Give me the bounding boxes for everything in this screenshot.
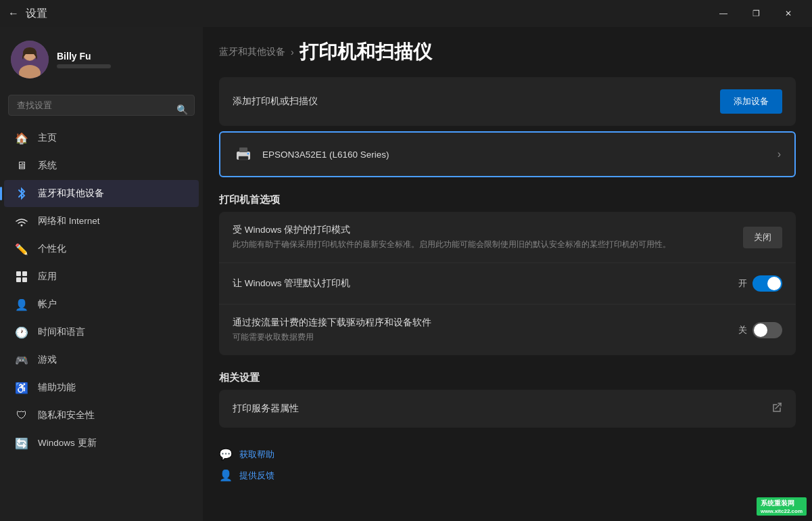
breadcrumb-current: 打印机和扫描仪 bbox=[300, 39, 432, 65]
help-icon: 💬 bbox=[219, 448, 233, 461]
windows-manage-toggle-wrap: 开 bbox=[738, 275, 782, 292]
search-input[interactable] bbox=[8, 95, 195, 116]
breadcrumb-parent: 蓝牙和其他设备 bbox=[219, 46, 285, 58]
apps-icon bbox=[15, 270, 28, 284]
sidebar-item-label-update: Windows 更新 bbox=[38, 437, 97, 449]
accessibility-icon: ♿ bbox=[15, 381, 28, 394]
avatar[interactable] bbox=[11, 41, 49, 78]
windows-manage-toggle-label: 开 bbox=[738, 277, 747, 290]
metered-connection-toggle[interactable] bbox=[753, 322, 782, 338]
print-server-row[interactable]: 打印服务器属性 bbox=[219, 390, 796, 428]
metered-connection-label: 通过按流量计费的连接下载驱动程序和设备软件 bbox=[233, 317, 431, 329]
svg-point-13 bbox=[247, 153, 249, 155]
toggle-thumb-2 bbox=[754, 323, 767, 337]
back-icon[interactable]: ← bbox=[8, 7, 19, 20]
add-printer-label: 添加打印机或扫描仪 bbox=[233, 95, 318, 108]
windows-protected-text: 受 Windows 保护的打印模式 此功能有助于确保采用打印机软件的最新安全标准… bbox=[233, 224, 671, 250]
sidebar-item-label-accounts: 帐户 bbox=[38, 298, 57, 311]
windows-manage-toggle[interactable] bbox=[753, 275, 782, 292]
windows-protected-row: 受 Windows 保护的打印模式 此功能有助于确保采用打印机软件的最新安全标准… bbox=[219, 212, 796, 263]
sidebar-item-personalization[interactable]: ✏️ 个性化 bbox=[4, 235, 199, 263]
sidebar-item-privacy[interactable]: 🛡 隐私和安全性 bbox=[4, 402, 199, 429]
user-section: Billy Fu bbox=[0, 27, 203, 89]
windows-manage-text: 让 Windows 管理默认打印机 bbox=[233, 277, 350, 290]
printer-card[interactable]: EPSON3A52E1 (L6160 Series) › bbox=[219, 131, 796, 177]
windows-protected-sub: 此功能有助于确保采用打印机软件的最新安全标准。启用此功能可能会限制使用旧的默认安… bbox=[233, 239, 671, 250]
sidebar-item-bluetooth[interactable]: 蓝牙和其他设备 bbox=[4, 180, 199, 207]
sidebar-item-label-accessibility: 辅助功能 bbox=[38, 382, 76, 394]
gaming-icon: 🎮 bbox=[15, 353, 28, 367]
sidebar-item-apps[interactable]: 应用 bbox=[4, 263, 199, 290]
printer-icon bbox=[234, 145, 253, 164]
windows-protected-label: 受 Windows 保护的打印模式 bbox=[233, 224, 671, 236]
maximize-button[interactable]: ❐ bbox=[740, 3, 771, 24]
related-settings-card: 打印服务器属性 bbox=[219, 390, 796, 428]
add-printer-card: 添加打印机或扫描仪 添加设备 bbox=[219, 77, 796, 126]
bluetooth-icon bbox=[15, 187, 28, 200]
sidebar-item-accessibility[interactable]: ♿ 辅助功能 bbox=[4, 374, 199, 401]
toggle-thumb bbox=[767, 277, 781, 290]
update-icon: 🔄 bbox=[15, 436, 28, 450]
title-bar: ← 设置 — ❐ ✕ bbox=[0, 0, 812, 27]
svg-rect-6 bbox=[22, 271, 27, 276]
printer-chevron-icon: › bbox=[778, 148, 781, 160]
accounts-icon: 👤 bbox=[15, 298, 28, 311]
sidebar-item-label-apps: 应用 bbox=[38, 271, 57, 283]
privacy-icon: 🛡 bbox=[15, 409, 28, 422]
svg-rect-8 bbox=[22, 277, 27, 282]
sidebar-item-label-gaming: 游戏 bbox=[38, 354, 57, 366]
svg-rect-5 bbox=[16, 271, 21, 276]
sidebar-item-label-bluetooth: 蓝牙和其他设备 bbox=[38, 187, 104, 200]
footer-help-link[interactable]: 💬 获取帮助 bbox=[219, 444, 796, 465]
sidebar-item-accounts[interactable]: 👤 帐户 bbox=[4, 291, 199, 318]
title-bar-title: 设置 bbox=[26, 7, 47, 21]
minimize-button[interactable]: — bbox=[708, 3, 739, 24]
external-link-icon bbox=[771, 402, 782, 415]
main-layout: Billy Fu 🔍 🏠 主页 🖥 系统 bbox=[0, 27, 812, 521]
feedback-icon: 👤 bbox=[219, 469, 233, 482]
svg-rect-11 bbox=[239, 156, 248, 160]
search-icon: 🔍 bbox=[176, 104, 188, 115]
printer-row[interactable]: EPSON3A52E1 (L6160 Series) › bbox=[220, 133, 794, 176]
title-bar-left: ← 设置 bbox=[8, 7, 47, 21]
user-status-bar bbox=[57, 64, 111, 68]
user-info: Billy Fu bbox=[57, 51, 192, 68]
footer-feedback-link[interactable]: 👤 提供反馈 bbox=[219, 465, 796, 486]
sidebar: Billy Fu 🔍 🏠 主页 🖥 系统 bbox=[0, 27, 203, 521]
footer-links: 💬 获取帮助 👤 提供反馈 bbox=[219, 433, 796, 491]
add-printer-row: 添加打印机或扫描仪 添加设备 bbox=[219, 77, 796, 126]
sidebar-item-label-home: 主页 bbox=[38, 132, 57, 144]
help-label: 获取帮助 bbox=[239, 449, 274, 461]
feedback-label: 提供反馈 bbox=[239, 470, 274, 482]
breadcrumb: 蓝牙和其他设备 › 打印机和扫描仪 bbox=[219, 27, 796, 77]
close-button[interactable]: ✕ bbox=[773, 3, 804, 24]
metered-connection-row: 通过按流量计费的连接下载驱动程序和设备软件 可能需要收取数据费用 关 bbox=[219, 304, 796, 355]
windows-manage-label: 让 Windows 管理默认打印机 bbox=[233, 277, 350, 290]
sidebar-item-label-personalization: 个性化 bbox=[38, 243, 66, 255]
sidebar-item-update[interactable]: 🔄 Windows 更新 bbox=[4, 430, 199, 457]
metered-connection-text: 通过按流量计费的连接下载驱动程序和设备软件 可能需要收取数据费用 bbox=[233, 317, 431, 343]
sidebar-item-label-system: 系统 bbox=[38, 160, 57, 172]
printer-name: EPSON3A52E1 (L6160 Series) bbox=[262, 150, 768, 160]
related-settings-heading: 相关设置 bbox=[219, 361, 796, 390]
sidebar-item-home[interactable]: 🏠 主页 bbox=[4, 124, 199, 152]
sidebar-item-network[interactable]: 网络和 Internet bbox=[4, 208, 199, 235]
sidebar-item-label-time: 时间和语言 bbox=[38, 326, 85, 338]
metered-connection-toggle-wrap: 关 bbox=[738, 322, 782, 338]
windows-protected-close-button[interactable]: 关闭 bbox=[743, 227, 782, 248]
metered-connection-sub: 可能需要收取数据费用 bbox=[233, 332, 431, 343]
add-device-button[interactable]: 添加设备 bbox=[720, 89, 782, 114]
sidebar-item-system[interactable]: 🖥 系统 bbox=[4, 152, 199, 179]
svg-rect-7 bbox=[16, 277, 21, 282]
print-server-label: 打印服务器属性 bbox=[233, 403, 299, 415]
sidebar-item-gaming[interactable]: 🎮 游戏 bbox=[4, 346, 199, 373]
printer-prefs-card: 受 Windows 保护的打印模式 此功能有助于确保采用打印机软件的最新安全标准… bbox=[219, 212, 796, 355]
system-icon: 🖥 bbox=[15, 159, 28, 173]
sidebar-item-time[interactable]: 🕐 时间和语言 bbox=[4, 319, 199, 346]
home-icon: 🏠 bbox=[15, 131, 28, 145]
svg-rect-12 bbox=[239, 148, 247, 152]
network-icon bbox=[15, 214, 28, 228]
metered-connection-toggle-label: 关 bbox=[738, 324, 747, 336]
sidebar-nav: 🏠 主页 🖥 系统 蓝牙和其他设备 bbox=[0, 124, 203, 457]
personalization-icon: ✏️ bbox=[15, 242, 28, 256]
